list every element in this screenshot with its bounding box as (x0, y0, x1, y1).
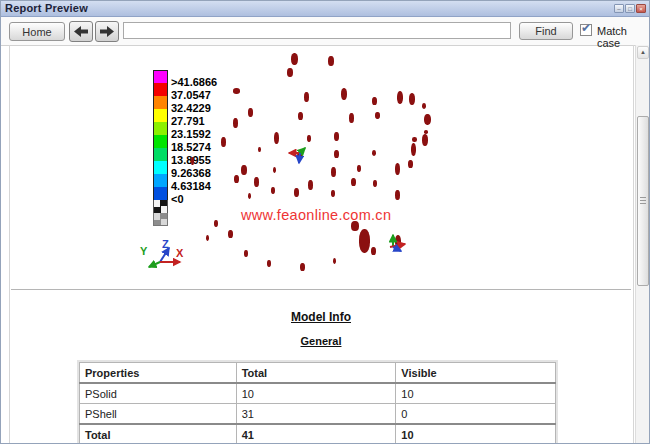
legend-color-swatch (153, 96, 168, 109)
forward-arrow-icon (99, 25, 115, 38)
legend-value-label: 23.1592 (171, 128, 211, 141)
table-cell: Total (80, 424, 237, 444)
local-axis-triad (387, 231, 411, 253)
model-element-blob (359, 229, 370, 253)
model-element-blob (254, 177, 259, 187)
match-case-checkbox[interactable]: ✔ (580, 24, 592, 36)
table-cell: 0 (396, 404, 556, 425)
model-element-blob (395, 190, 400, 200)
search-input[interactable] (123, 22, 511, 39)
legend-value-label: <0 (171, 193, 184, 206)
model-element-blob (233, 118, 238, 128)
global-axis-triad: Y Z X (139, 237, 187, 271)
table-header-row: PropertiesTotalVisible (80, 363, 556, 384)
model-element-blob (372, 150, 376, 156)
model-element-blob (287, 68, 293, 77)
section-divider (11, 289, 631, 290)
model-element-blob (267, 260, 271, 267)
model-element-blob (271, 187, 275, 194)
model-origin-triad (284, 145, 308, 167)
model-element-blob (241, 165, 247, 175)
legend-color-swatch (153, 174, 168, 187)
scrollbar-thumb[interactable] (637, 116, 649, 286)
model-element-blob (331, 167, 336, 177)
content-frame-right-border (633, 45, 634, 443)
maximize-button[interactable]: □ (625, 4, 635, 13)
y-axis-label: Y (140, 245, 148, 257)
table-cell: 41 (236, 424, 396, 444)
model-element-blob (291, 53, 298, 65)
legend-color-swatch (153, 187, 168, 200)
legend-value-label: 37.0547 (171, 89, 211, 102)
legend-color-swatch (153, 109, 168, 122)
legend-color-swatch (153, 135, 168, 148)
back-button[interactable] (69, 21, 93, 42)
model-element-blob (333, 258, 336, 264)
model-element-blob (221, 137, 226, 147)
table-cell: 10 (396, 424, 556, 444)
model-element-blob (228, 230, 233, 238)
back-arrow-icon (73, 25, 89, 38)
legend-row (153, 200, 217, 213)
model-element-blob (395, 163, 400, 175)
model-element-blob (308, 180, 313, 190)
legend-value-label: >41.6866 (171, 76, 217, 89)
vertical-scrollbar[interactable]: ▲ (635, 45, 650, 443)
legend-noresult-swatch (153, 213, 168, 226)
content-frame-left-border (9, 45, 10, 443)
titlebar: Report Preview – □ × (1, 1, 649, 17)
model-element-blob (248, 193, 251, 199)
model-element-blob (248, 108, 253, 117)
model-element-blob (357, 165, 361, 172)
minimize-button[interactable]: – (614, 4, 624, 13)
close-button[interactable]: × (636, 4, 646, 13)
forward-button[interactable] (95, 21, 119, 42)
table-row: PShell310 (80, 404, 556, 425)
x-axis-label: X (176, 247, 184, 259)
table-cell: 31 (236, 404, 396, 425)
scrollbar-up-arrow[interactable]: ▲ (637, 46, 649, 59)
toolbar: Home Find ✔ Match case (1, 17, 649, 46)
model-element-blob (273, 167, 276, 173)
model-element-blob (424, 130, 428, 134)
z-axis-label: Z (162, 238, 169, 250)
legend-color-swatch (153, 70, 168, 83)
watermark: www.feaonline.com.cn (241, 207, 391, 223)
report-subtitle: General (9, 335, 633, 347)
model-element-blob (300, 263, 305, 271)
model-element-blob (373, 180, 377, 187)
model-element-blob (341, 88, 347, 100)
legend-noresult-swatch (153, 200, 168, 213)
legend-value-label: 32.4229 (171, 102, 211, 115)
model-element-blob (372, 97, 377, 105)
model-element-blob (328, 56, 334, 66)
table-header-cell: Properties (80, 363, 237, 384)
table-header-cell: Total (236, 363, 396, 384)
legend-color-swatch (153, 122, 168, 135)
model-element-blob (233, 88, 240, 94)
contour-legend: >41.686637.054732.422927.79123.159218.52… (153, 70, 217, 226)
legend-row: >41.6866 (153, 70, 217, 83)
model-element-blob (422, 103, 426, 109)
legend-color-swatch (153, 83, 168, 96)
legend-color-swatch (153, 161, 168, 174)
model-element-blob (244, 250, 248, 257)
legend-value-label: 4.63184 (171, 180, 211, 193)
model-element-blob (397, 91, 403, 104)
model-element-blob (409, 93, 415, 105)
find-button[interactable]: Find (519, 22, 573, 40)
legend-value-label: 9.26368 (171, 167, 211, 180)
table-cell: PShell (80, 404, 237, 425)
home-button[interactable]: Home (9, 22, 65, 41)
legend-value-label: 27.791 (171, 115, 205, 128)
table-row: Total4110 (80, 424, 556, 444)
legend-value-label: 13.8955 (171, 154, 211, 167)
model-element-blob (349, 113, 354, 123)
model-element-blob (371, 247, 376, 255)
model-element-blob (334, 150, 339, 158)
model-element-blob (331, 190, 335, 197)
model-element-blob (274, 132, 279, 144)
model-element-blob (375, 112, 380, 119)
table-header: PropertiesTotalVisible (80, 363, 556, 384)
table-header-cell: Visible (396, 363, 556, 384)
